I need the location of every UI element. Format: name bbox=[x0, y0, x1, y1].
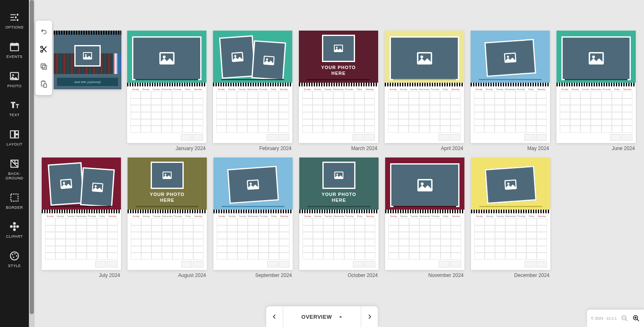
month-page-8[interactable]: SundayMondayTuesdayWednesdayThursdayFrid… bbox=[213, 158, 293, 270]
month-photo-area[interactable] bbox=[213, 31, 292, 83]
sidebar-label-layout: LAYOUT bbox=[7, 142, 22, 147]
chevron-up-icon bbox=[339, 315, 343, 319]
month-label: May 2024 bbox=[471, 143, 550, 151]
svg-rect-8 bbox=[15, 131, 19, 134]
photo-frame[interactable] bbox=[151, 162, 184, 189]
month-page-3[interactable]: SundayMondayTuesdayWednesdayThursdayFrid… bbox=[385, 31, 464, 143]
svg-point-6 bbox=[12, 74, 14, 76]
prev-page-button[interactable] bbox=[266, 306, 283, 327]
cut-icon bbox=[40, 45, 48, 53]
photo-frame[interactable] bbox=[48, 162, 85, 205]
copy-button[interactable] bbox=[36, 58, 52, 75]
overview-label: OVERVIEW bbox=[301, 314, 332, 320]
month-photo-area[interactable] bbox=[42, 158, 121, 210]
photo-frame[interactable] bbox=[390, 36, 459, 80]
calendar-grid: SundayMondayTuesdayWednesdayThursdayFrid… bbox=[128, 213, 207, 270]
sidebar-item-background[interactable]: BACK- GROUND bbox=[0, 153, 29, 186]
month-page-9[interactable]: YOUR PHOTO HERESundayMondayTuesdayWednes… bbox=[299, 158, 379, 270]
undo-button[interactable] bbox=[36, 23, 52, 41]
month-cell-3: SundayMondayTuesdayWednesdayThursdayFrid… bbox=[385, 31, 464, 151]
spiral-binding bbox=[385, 210, 464, 213]
image-placeholder-icon bbox=[583, 50, 610, 67]
month-photo-area[interactable]: YOUR PHOTO HERE bbox=[299, 31, 378, 83]
spiral-binding bbox=[471, 83, 550, 86]
photo-frame[interactable] bbox=[484, 39, 536, 77]
month-photo-area[interactable]: YOUR PHOTO HERE bbox=[299, 158, 379, 210]
image-placeholder-icon bbox=[501, 178, 521, 192]
month-page-2[interactable]: YOUR PHOTO HERESundayMondayTuesdayWednes… bbox=[299, 31, 378, 143]
accent-line bbox=[479, 206, 542, 207]
month-photo-area[interactable] bbox=[385, 158, 464, 210]
photo-frame[interactable] bbox=[227, 166, 279, 204]
photo-frame[interactable] bbox=[132, 36, 201, 80]
sidebar-label-style: STYLE bbox=[8, 264, 21, 268]
month-cell-5: SundayMondayTuesdayWednesdayThursdayFrid… bbox=[556, 31, 636, 151]
sidebar-label-text: TEXT bbox=[9, 113, 19, 117]
cover-photo-frame[interactable] bbox=[74, 45, 101, 67]
layout-icon bbox=[9, 129, 20, 140]
next-page-button[interactable] bbox=[361, 306, 378, 327]
month-page-4[interactable]: SundayMondayTuesdayWednesdayThursdayFrid… bbox=[471, 31, 550, 143]
month-photo-area[interactable] bbox=[385, 31, 464, 83]
text-icon bbox=[9, 100, 20, 110]
image-placeholder-icon bbox=[154, 50, 180, 67]
paste-button[interactable] bbox=[36, 75, 52, 93]
calendar-grid: SundayMondayTuesdayWednesdayThursdayFrid… bbox=[556, 86, 636, 143]
canvas-workspace[interactable]: Add title (optional) SundayMondayTuesday… bbox=[35, 0, 644, 327]
photo-frame[interactable] bbox=[485, 166, 537, 204]
sidebar-item-border[interactable]: BORDER bbox=[0, 186, 29, 216]
sidebar-item-layout[interactable]: LAYOUT bbox=[0, 123, 29, 153]
cover-title-band[interactable]: Add title (optional) bbox=[57, 78, 118, 86]
zoom-in-icon bbox=[632, 315, 640, 322]
sidebar-item-photo[interactable]: PHOTO bbox=[0, 65, 29, 94]
zoom-in-button[interactable] bbox=[632, 315, 640, 322]
cover-page-thumb[interactable]: Add title (optional) bbox=[54, 31, 121, 89]
accent-line bbox=[222, 206, 284, 207]
month-cell-8: SundayMondayTuesdayWednesdayThursdayFrid… bbox=[213, 158, 293, 278]
accent-line bbox=[479, 79, 542, 80]
accent-line bbox=[135, 79, 198, 80]
month-photo-area[interactable] bbox=[471, 158, 550, 210]
cover-accent bbox=[113, 53, 121, 74]
image-placeholder-icon bbox=[411, 50, 438, 67]
photo-frame[interactable] bbox=[561, 36, 631, 80]
month-page-6[interactable]: SundayMondayTuesdayWednesdayThursdayFrid… bbox=[42, 158, 121, 270]
cut-button[interactable] bbox=[36, 41, 52, 58]
sidebar-item-style[interactable]: STYLE bbox=[0, 245, 29, 274]
svg-point-12 bbox=[13, 222, 16, 225]
month-label: December 2024 bbox=[471, 270, 550, 278]
calendar-grid: SundayMondayTuesdayWednesdayThursdayFrid… bbox=[299, 86, 378, 143]
photo-frame[interactable] bbox=[322, 162, 355, 189]
zoom-out-button[interactable] bbox=[621, 315, 628, 322]
photo-frame[interactable] bbox=[322, 35, 355, 62]
month-cell-1: SundayMondayTuesdayWednesdayThursdayFrid… bbox=[213, 31, 292, 151]
photo-frame[interactable] bbox=[251, 40, 286, 80]
month-photo-area[interactable] bbox=[556, 31, 636, 83]
month-page-10[interactable]: SundayMondayTuesdayWednesdayThursdayFrid… bbox=[385, 158, 464, 270]
month-page-0[interactable]: SundayMondayTuesdayWednesdayThursdayFrid… bbox=[127, 31, 206, 143]
photo-frame[interactable] bbox=[390, 163, 459, 207]
sidebar-item-options[interactable]: OPTIONS bbox=[0, 6, 29, 36]
image-placeholder-icon bbox=[59, 176, 73, 192]
image-placeholder-icon bbox=[262, 53, 275, 68]
month-photo-area[interactable]: YOUR PHOTO HERE bbox=[128, 158, 207, 210]
overview-dropdown[interactable]: OVERVIEW bbox=[283, 306, 361, 327]
photo-frame[interactable] bbox=[80, 167, 115, 207]
vertical-scrollbar[interactable] bbox=[29, 0, 35, 327]
scrollbar-thumb[interactable] bbox=[30, 0, 34, 314]
month-photo-area[interactable] bbox=[471, 31, 550, 83]
photo-frame[interactable] bbox=[219, 35, 256, 79]
sidebar-item-events[interactable]: EVENTS bbox=[0, 36, 29, 65]
month-photo-area[interactable] bbox=[127, 31, 206, 83]
sidebar-item-text[interactable]: TEXT bbox=[0, 94, 29, 123]
events-icon bbox=[9, 41, 20, 52]
month-page-1[interactable]: SundayMondayTuesdayWednesdayThursdayFrid… bbox=[213, 31, 292, 143]
sidebar-item-clipart[interactable]: CLIPART bbox=[0, 215, 29, 245]
spiral-binding bbox=[213, 83, 292, 86]
month-page-11[interactable]: SundayMondayTuesdayWednesdayThursdayFrid… bbox=[471, 158, 550, 270]
month-page-7[interactable]: YOUR PHOTO HERESundayMondayTuesdayWednes… bbox=[128, 158, 207, 270]
accent-line bbox=[308, 206, 370, 207]
month-page-5[interactable]: SundayMondayTuesdayWednesdayThursdayFrid… bbox=[556, 31, 636, 143]
spiral-binding bbox=[471, 210, 550, 213]
month-photo-area[interactable] bbox=[213, 158, 293, 210]
